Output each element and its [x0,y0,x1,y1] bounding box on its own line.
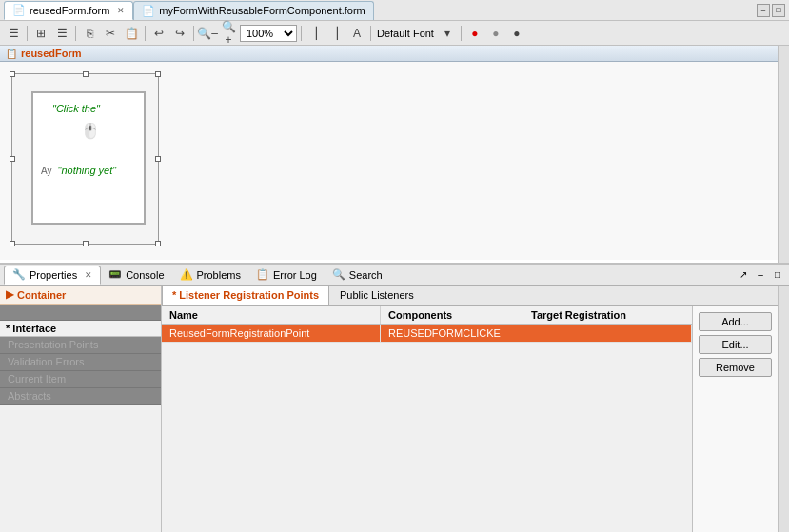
td-components: REUSEDFORMCLICKE [381,325,523,342]
window-controls: – □ [757,4,785,17]
th-name: Name [162,306,381,324]
form-title: reusedForm [21,48,82,59]
sub-tab-bar: * Listener Registration Points Public Li… [162,286,778,306]
panel-maximize-btn[interactable]: □ [770,267,785,283]
prop-buttons: Add... Edit... Remove [692,306,778,532]
sidebar-item-abstracts[interactable]: Abstracts [0,388,161,405]
toolbar-sep-6 [370,26,371,41]
sub-tab-public[interactable]: Public Listeners [329,286,424,305]
form-canvas[interactable]: "Click the" 🖱️ Ay "nothing yet" [0,62,789,260]
right-scrollbar[interactable] [778,286,789,532]
td-target [523,325,692,342]
table-header: Name Components Target Registration [162,306,692,325]
sidebar-item-validation[interactable]: Validation Errors [0,354,161,371]
properties-panel: ▶ Container * Interface Presentation Poi… [0,286,789,532]
resize-bm[interactable] [83,241,89,246]
tab-reused-form[interactable]: 📄 reusedForm.form ✕ [4,1,133,20]
toolbar-valign-btn[interactable]: ⎟ [326,24,345,43]
form-label-widget: "Click the" [52,103,100,114]
resize-br[interactable] [155,241,161,246]
tab-console[interactable]: 📟 Console [101,266,171,285]
toolbar-cut-btn[interactable]: ✂ [101,24,120,43]
toolbar-color3-btn[interactable]: ● [507,24,526,43]
form-mouse-icon: 🖱️ [81,122,100,140]
toolbar-redo-btn[interactable]: ↪ [170,24,189,43]
remove-button[interactable]: Remove [699,358,772,377]
form-text-widget: Ay "nothing yet" [41,165,116,176]
panel-actions: ↗ – □ [736,267,785,283]
errorlog-label: Error Log [273,269,317,281]
container-label: Container [17,289,66,301]
th-components: Components [381,306,523,324]
tab-label: myFormWithReusableFormComponent.form [159,5,365,16]
tab-search[interactable]: 🔍 Search [325,266,390,285]
td-name: ReusedFormRegistrationPoint [162,325,381,342]
toolbar-grid-btn[interactable]: ⊞ [31,24,50,43]
properties-close[interactable]: ✕ [85,270,92,280]
tab-my-form[interactable]: 📄 myFormWithReusableFormComponent.form [133,1,373,20]
prop-main: * Listener Registration Points Public Li… [162,286,778,532]
tab-bar: 📄 reusedForm.form ✕ 📄 myFormWithReusable… [0,0,789,21]
resize-tl[interactable] [10,71,15,77]
maximize-button[interactable]: □ [772,4,785,17]
properties-label: Properties [30,269,77,281]
toolbar-copy-btn[interactable]: ⎘ [80,24,99,43]
form-scrollbar[interactable] [778,46,789,263]
toolbar-sep-5 [301,26,302,41]
tab-problems[interactable]: ⚠️ Problems [172,266,248,285]
tab-error-log[interactable]: 📋 Error Log [248,266,325,285]
toolbar-undo-btn[interactable]: ↩ [149,24,168,43]
tab-close[interactable]: ✕ [117,6,125,15]
prop-group-header [0,305,161,321]
sub-tab-listener[interactable]: * Listener Registration Points [162,286,329,305]
properties-content: ▶ Container * Interface Presentation Poi… [0,286,778,532]
console-icon: 📟 [108,268,122,281]
tab-icon: 📄 [142,5,155,17]
panel-tab-bar: 🔧 Properties ✕ 📟 Console ⚠️ Problems 📋 E… [0,265,789,286]
container-expand-icon: ▶ [6,288,13,301]
add-button[interactable]: Add... [699,312,772,331]
resize-tm[interactable] [83,71,89,77]
toolbar-color2-btn[interactable]: ● [486,24,505,43]
resize-tr[interactable] [155,71,161,77]
toolbar-paste-btn[interactable]: 📋 [122,24,141,43]
toolbar: ☰ ⊞ ☰ ⎘ ✂ 📋 ↩ ↪ 🔍– 🔍+ 100% ⎟ ⎟ A Default… [0,21,789,46]
toolbar-zoom-in-btn[interactable]: 🔍+ [219,24,238,43]
table-and-buttons: Name Components Target Registration [162,306,778,532]
resize-mr[interactable] [155,156,161,162]
resize-bl[interactable] [10,241,15,246]
tab-properties[interactable]: 🔧 Properties ✕ [4,266,101,285]
toolbar-sep-4 [193,26,194,41]
external-link-btn[interactable]: ↗ [736,267,751,283]
sidebar-item-current[interactable]: Current Item [0,371,161,388]
properties-icon: 🔧 [12,268,26,281]
toolbar-color1-btn[interactable]: ● [465,24,484,43]
toolbar-sep-7 [461,26,462,41]
toolbar-sep-3 [145,26,146,41]
search-label: Search [349,269,383,281]
form-title-icon: 📋 [6,49,17,59]
resize-ml[interactable] [10,156,15,162]
table-body: ReusedFormRegistrationPoint REUSEDFORMCL… [162,325,692,532]
widget-value: "nothing yet" [58,165,117,176]
panel-minimize-btn[interactable]: – [753,267,768,283]
toolbar-menu-btn[interactable]: ☰ [4,24,23,43]
form-container: "Click the" 🖱️ Ay "nothing yet" [11,73,159,245]
interface-header: * Interface [0,321,161,337]
table-row[interactable]: ReusedFormRegistrationPoint REUSEDFORMCL… [162,325,692,343]
toolbar-format-btn[interactable]: A [347,24,366,43]
container-header: ▶ Container [0,286,161,305]
group-label [6,306,17,318]
zoom-select[interactable]: 100% [240,25,297,42]
toolbar-zoom-out-btn[interactable]: 🔍– [198,24,217,43]
toolbar-font-btn[interactable]: ▾ [438,24,457,43]
toolbar-align-btn[interactable]: ⎟ [306,24,325,43]
sidebar-item-presentation[interactable]: Presentation Points [0,337,161,354]
minimize-button[interactable]: – [757,4,770,17]
interface-label: * Interface [6,323,56,334]
table-area: Name Components Target Registration [162,306,692,532]
edit-button[interactable]: Edit... [699,335,772,354]
form-area: 📋 reusedForm "Click the" 🖱️ Ay "nothing … [0,46,789,265]
search-icon: 🔍 [332,268,345,281]
toolbar-list-btn[interactable]: ☰ [52,24,71,43]
